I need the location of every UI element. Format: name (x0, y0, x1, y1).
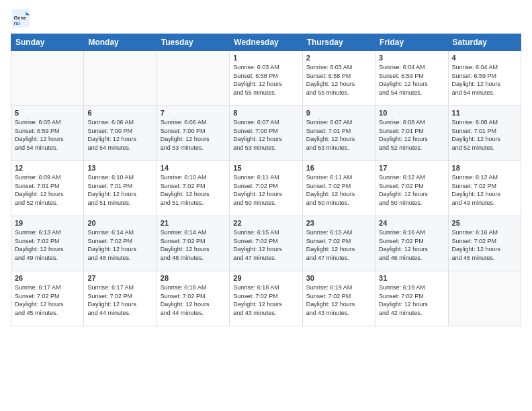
day-info: Sunrise: 6:04 AM Sunset: 6:59 PM Dayligh… (452, 63, 517, 97)
calendar-cell: 20Sunrise: 6:14 AM Sunset: 7:02 PM Dayli… (84, 216, 157, 271)
calendar-cell (11, 51, 84, 106)
calendar-cell: 16Sunrise: 6:11 AM Sunset: 7:02 PM Dayli… (302, 161, 375, 216)
day-number: 22 (233, 219, 298, 227)
week-row-5: 26Sunrise: 6:17 AM Sunset: 7:02 PM Dayli… (11, 271, 521, 326)
day-info: Sunrise: 6:17 AM Sunset: 7:02 PM Dayligh… (87, 283, 152, 317)
day-number: 31 (379, 274, 444, 282)
day-info: Sunrise: 6:10 AM Sunset: 7:02 PM Dayligh… (161, 173, 226, 207)
day-info: Sunrise: 6:03 AM Sunset: 6:58 PM Dayligh… (233, 63, 298, 97)
day-number: 7 (161, 109, 226, 117)
weekday-header-friday: Friday (375, 34, 448, 51)
day-number: 16 (306, 164, 371, 172)
day-number: 10 (379, 109, 444, 117)
week-row-2: 5Sunrise: 6:05 AM Sunset: 6:59 PM Daylig… (11, 106, 521, 161)
day-info: Sunrise: 6:17 AM Sunset: 7:02 PM Dayligh… (15, 283, 80, 317)
day-number: 5 (15, 109, 80, 117)
day-info: Sunrise: 6:07 AM Sunset: 7:01 PM Dayligh… (306, 118, 371, 152)
calendar-cell: 14Sunrise: 6:10 AM Sunset: 7:02 PM Dayli… (157, 161, 229, 216)
calendar-cell: 10Sunrise: 6:08 AM Sunset: 7:01 PM Dayli… (375, 106, 448, 161)
day-number: 26 (15, 274, 80, 282)
calendar-cell: 23Sunrise: 6:15 AM Sunset: 7:02 PM Dayli… (302, 216, 375, 271)
day-info: Sunrise: 6:08 AM Sunset: 7:01 PM Dayligh… (379, 118, 444, 152)
calendar-cell: 21Sunrise: 6:14 AM Sunset: 7:02 PM Dayli… (157, 216, 229, 271)
day-number: 3 (379, 54, 444, 62)
day-info: Sunrise: 6:07 AM Sunset: 7:00 PM Dayligh… (233, 118, 298, 152)
calendar-cell: 29Sunrise: 6:18 AM Sunset: 7:02 PM Dayli… (230, 271, 302, 326)
day-info: Sunrise: 6:06 AM Sunset: 7:00 PM Dayligh… (161, 118, 226, 152)
calendar-table: SundayMondayTuesdayWednesdayThursdayFrid… (11, 34, 521, 326)
day-number: 24 (379, 219, 444, 227)
weekday-header-tuesday: Tuesday (157, 34, 229, 51)
day-info: Sunrise: 6:09 AM Sunset: 7:01 PM Dayligh… (15, 173, 80, 207)
weekday-header-sunday: Sunday (11, 34, 84, 51)
day-number: 20 (87, 219, 152, 227)
day-info: Sunrise: 6:14 AM Sunset: 7:02 PM Dayligh… (161, 228, 226, 262)
calendar-cell: 1Sunrise: 6:03 AM Sunset: 6:58 PM Daylig… (230, 51, 302, 106)
svg-text:ral: ral (14, 20, 20, 26)
day-number: 28 (161, 274, 226, 282)
calendar-cell: 8Sunrise: 6:07 AM Sunset: 7:00 PM Daylig… (230, 106, 302, 161)
calendar-cell: 17Sunrise: 6:12 AM Sunset: 7:02 PM Dayli… (375, 161, 448, 216)
day-info: Sunrise: 6:13 AM Sunset: 7:02 PM Dayligh… (15, 228, 80, 262)
week-row-4: 19Sunrise: 6:13 AM Sunset: 7:02 PM Dayli… (11, 216, 521, 271)
day-info: Sunrise: 6:15 AM Sunset: 7:02 PM Dayligh… (233, 228, 298, 262)
day-info: Sunrise: 6:12 AM Sunset: 7:02 PM Dayligh… (452, 173, 517, 207)
calendar-cell (84, 51, 157, 106)
calendar-cell: 26Sunrise: 6:17 AM Sunset: 7:02 PM Dayli… (11, 271, 84, 326)
day-info: Sunrise: 6:05 AM Sunset: 6:59 PM Dayligh… (15, 118, 80, 152)
calendar-cell: 7Sunrise: 6:06 AM Sunset: 7:00 PM Daylig… (157, 106, 229, 161)
day-number: 2 (306, 54, 371, 62)
day-info: Sunrise: 6:12 AM Sunset: 7:02 PM Dayligh… (379, 173, 444, 207)
calendar-cell: 31Sunrise: 6:19 AM Sunset: 7:02 PM Dayli… (375, 271, 448, 326)
day-info: Sunrise: 6:14 AM Sunset: 7:02 PM Dayligh… (87, 228, 152, 262)
logo: Gene ral (11, 8, 34, 28)
calendar-cell: 11Sunrise: 6:08 AM Sunset: 7:01 PM Dayli… (448, 106, 521, 161)
day-number: 30 (306, 274, 371, 282)
day-info: Sunrise: 6:18 AM Sunset: 7:02 PM Dayligh… (233, 283, 298, 317)
day-number: 12 (15, 164, 80, 172)
calendar-cell: 5Sunrise: 6:05 AM Sunset: 6:59 PM Daylig… (11, 106, 84, 161)
week-row-1: 1Sunrise: 6:03 AM Sunset: 6:58 PM Daylig… (11, 51, 521, 106)
calendar-cell (157, 51, 229, 106)
calendar-cell: 4Sunrise: 6:04 AM Sunset: 6:59 PM Daylig… (448, 51, 521, 106)
calendar-cell: 19Sunrise: 6:13 AM Sunset: 7:02 PM Dayli… (11, 216, 84, 271)
logo-icon: Gene ral (11, 8, 31, 28)
day-info: Sunrise: 6:15 AM Sunset: 7:02 PM Dayligh… (306, 228, 371, 262)
day-number: 14 (161, 164, 226, 172)
day-number: 11 (452, 109, 517, 117)
day-info: Sunrise: 6:11 AM Sunset: 7:02 PM Dayligh… (233, 173, 298, 207)
day-number: 18 (452, 164, 517, 172)
day-number: 17 (379, 164, 444, 172)
day-number: 23 (306, 219, 371, 227)
day-number: 6 (87, 109, 152, 117)
calendar-cell: 24Sunrise: 6:16 AM Sunset: 7:02 PM Dayli… (375, 216, 448, 271)
day-info: Sunrise: 6:19 AM Sunset: 7:02 PM Dayligh… (306, 283, 371, 317)
day-number: 9 (306, 109, 371, 117)
calendar-cell: 30Sunrise: 6:19 AM Sunset: 7:02 PM Dayli… (302, 271, 375, 326)
day-number: 25 (452, 219, 517, 227)
day-info: Sunrise: 6:11 AM Sunset: 7:02 PM Dayligh… (306, 173, 371, 207)
calendar-cell: 25Sunrise: 6:16 AM Sunset: 7:02 PM Dayli… (448, 216, 521, 271)
day-number: 4 (452, 54, 517, 62)
calendar-cell: 15Sunrise: 6:11 AM Sunset: 7:02 PM Dayli… (230, 161, 302, 216)
page: Gene ral SundayMondayTuesdayWednesdayThu… (0, 0, 532, 411)
weekday-header-monday: Monday (84, 34, 157, 51)
day-number: 13 (87, 164, 152, 172)
calendar-cell: 6Sunrise: 6:06 AM Sunset: 7:00 PM Daylig… (84, 106, 157, 161)
weekday-header-wednesday: Wednesday (230, 34, 302, 51)
day-info: Sunrise: 6:03 AM Sunset: 6:58 PM Dayligh… (306, 63, 371, 97)
day-info: Sunrise: 6:04 AM Sunset: 6:59 PM Dayligh… (379, 63, 444, 97)
day-info: Sunrise: 6:18 AM Sunset: 7:02 PM Dayligh… (161, 283, 226, 317)
calendar-cell: 27Sunrise: 6:17 AM Sunset: 7:02 PM Dayli… (84, 271, 157, 326)
day-info: Sunrise: 6:10 AM Sunset: 7:01 PM Dayligh… (87, 173, 152, 207)
day-number: 1 (233, 54, 298, 62)
week-row-3: 12Sunrise: 6:09 AM Sunset: 7:01 PM Dayli… (11, 161, 521, 216)
calendar-cell: 9Sunrise: 6:07 AM Sunset: 7:01 PM Daylig… (302, 106, 375, 161)
day-info: Sunrise: 6:16 AM Sunset: 7:02 PM Dayligh… (379, 228, 444, 262)
day-number: 19 (15, 219, 80, 227)
calendar-cell (448, 271, 521, 326)
day-info: Sunrise: 6:19 AM Sunset: 7:02 PM Dayligh… (379, 283, 444, 317)
calendar-cell: 3Sunrise: 6:04 AM Sunset: 6:59 PM Daylig… (375, 51, 448, 106)
weekday-header-row: SundayMondayTuesdayWednesdayThursdayFrid… (11, 34, 521, 51)
calendar-cell: 28Sunrise: 6:18 AM Sunset: 7:02 PM Dayli… (157, 271, 229, 326)
